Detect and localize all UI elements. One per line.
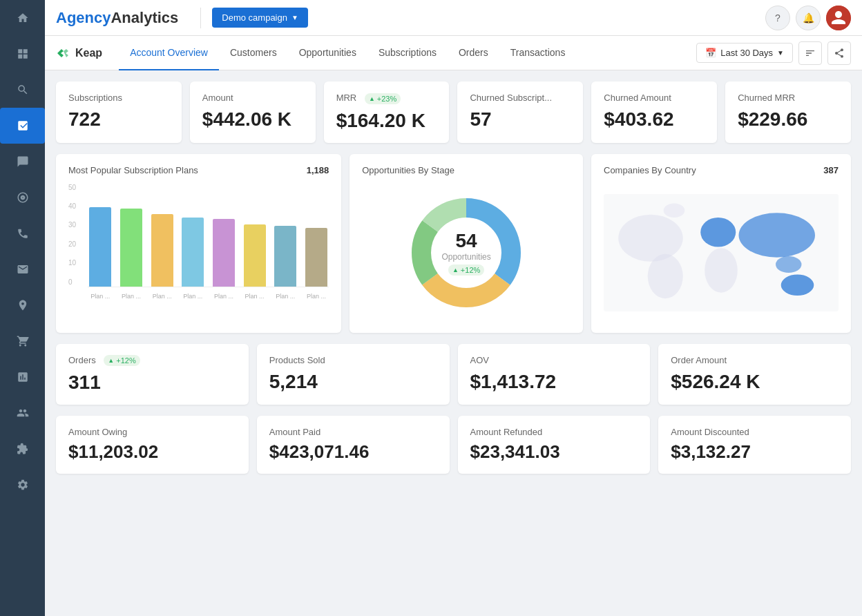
metric-card-products-sold: Products Sold 5,214 [257,344,450,405]
mrr-badge: ▲ +23% [365,93,401,104]
bottom-label: Amount Paid [269,427,437,437]
tab-customers[interactable]: Customers [219,36,288,70]
chart-count: 1,188 [307,165,329,175]
amount-owing-card: Amount Owing $11,203.02 [56,416,249,474]
help-button[interactable]: ? [765,6,790,30]
metric-label: Churned MRR [738,93,839,103]
bar-rect [244,224,266,287]
tab-transactions[interactable]: Transactions [499,36,577,70]
metric-label: Subscriptions [68,93,169,103]
bar-label: Plan ... [180,293,206,300]
bar-label: Plan ... [149,293,175,300]
tab-orders[interactable]: Orders [448,36,499,70]
keap-icon [56,46,70,60]
notifications-button[interactable]: 🔔 [796,6,821,30]
donut-sub: Opportunities [441,252,490,262]
bottom-value: $423,071.46 [269,441,437,463]
orders-badge: ▲ +12% [104,355,140,366]
bar-label: Plan ... [211,293,237,300]
donut-center: 54 Opportunities ▲ +12% [441,230,490,276]
sidebar-item-grid[interactable] [0,36,45,72]
bar-col [211,219,237,287]
metric-card-churned-mrr: Churned MRR $229.66 [725,81,851,143]
app-logo: AgencyAnalytics [56,9,178,27]
bar-rect [182,218,204,287]
tab-account-overview[interactable]: Account Overview [119,36,219,70]
bar-col [304,228,329,287]
bar-label: Plan ... [242,293,267,300]
svg-point-11 [739,213,816,258]
donut-badge: ▲ +12% [448,264,484,276]
metric-label: Churned Subscript... [470,93,571,103]
sidebar-item-pin[interactable] [0,287,45,323]
bar-rect [89,207,111,287]
sidebar-item-mail[interactable] [0,251,45,287]
chart-title: Companies By Country [604,165,696,175]
bar-label: Plan ... [88,293,113,300]
metrics-row: Subscriptions 722 Amount $442.06 K MRR ▲… [56,81,851,143]
tab-opportunities[interactable]: Opportunities [288,36,367,70]
sidebar-item-chat[interactable] [0,144,45,180]
metric-label: MRR ▲ +23% [336,93,437,104]
chart-title: Opportunities By Stage [362,165,454,175]
metric-label: Order Amount [671,355,839,365]
chart-count: 387 [823,165,839,175]
bar-rect [151,214,173,287]
metric-value: 57 [470,108,571,131]
sidebar [0,0,45,616]
svg-point-8 [648,253,683,298]
metric-value: 311 [68,372,236,394]
sidebar-item-cart[interactable] [0,323,45,359]
map-svg [604,191,839,315]
customize-button[interactable] [798,41,822,65]
sidebar-item-report[interactable] [0,359,45,395]
campaign-button[interactable]: Demo campaign ▼ [212,8,308,28]
tab-subscriptions[interactable]: Subscriptions [367,36,448,70]
metric-card-subscriptions: Subscriptions 722 [56,81,182,143]
sidebar-item-phone[interactable] [0,215,45,251]
bottom-label: Amount Owing [68,427,236,437]
bar-rect [120,209,142,287]
date-filter-button[interactable]: 📅 Last 30 Days ▼ [696,43,793,63]
metric-card-churned-subs: Churned Subscript... 57 [457,81,583,143]
top-header: AgencyAnalytics Demo campaign ▼ ? 🔔 [45,0,862,36]
sidebar-item-search[interactable] [0,72,45,108]
metric-value: $526.24 K [671,371,839,393]
bar-label: Plan ... [304,293,329,300]
bar-labels: Plan ...Plan ...Plan ...Plan ...Plan ...… [88,290,329,300]
brand-label: Keap [75,47,102,59]
companies-chart: Companies By Country 387 [591,154,851,333]
bottom-value: $3,132.27 [671,441,839,463]
metric-card-orders: Orders ▲ +12% 311 [56,344,249,405]
sidebar-item-plugin[interactable] [0,431,45,467]
subscription-plans-chart: Most Popular Subscription Plans 1,188 50… [56,154,341,333]
bar-col [149,214,175,287]
bar-chart-container: 50 40 30 20 10 0 Plan ...Plan ...Plan ..… [68,184,329,300]
metric-label: Churned Amount [604,93,705,103]
nav-bar: Keap Account Overview Customers Opportun… [45,36,862,70]
metric-value: $164.20 K [336,110,437,132]
amount-discounted-card: Amount Discounted $3,132.27 [658,416,851,474]
metric-value: $1,413.72 [470,371,638,393]
metric-label: Products Sold [269,355,437,365]
charts-row: Most Popular Subscription Plans 1,188 50… [56,154,851,333]
sidebar-item-home[interactable] [0,0,45,36]
share-button[interactable] [827,41,851,65]
metric-label: Orders ▲ +12% [68,355,236,367]
metric-card-mrr: MRR ▲ +23% $164.20 K [324,81,450,143]
amount-refunded-card: Amount Refunded $23,341.03 [458,416,651,474]
sidebar-item-analytics[interactable] [0,108,45,144]
metric-value: $442.06 K [202,108,303,131]
sidebar-item-settings[interactable] [0,467,45,503]
user-avatar[interactable] [826,6,851,30]
y-axis: 50 40 30 20 10 0 [68,184,76,287]
chart-title: Most Popular Subscription Plans [68,165,198,175]
bar-rect [213,219,235,287]
sidebar-item-target[interactable] [0,180,45,215]
metric-label: AOV [470,355,638,365]
svg-point-9 [700,218,736,247]
sidebar-item-users[interactable] [0,395,45,431]
bar-label: Plan ... [273,293,298,300]
bar-label: Plan ... [119,293,144,300]
svg-point-13 [664,203,685,217]
